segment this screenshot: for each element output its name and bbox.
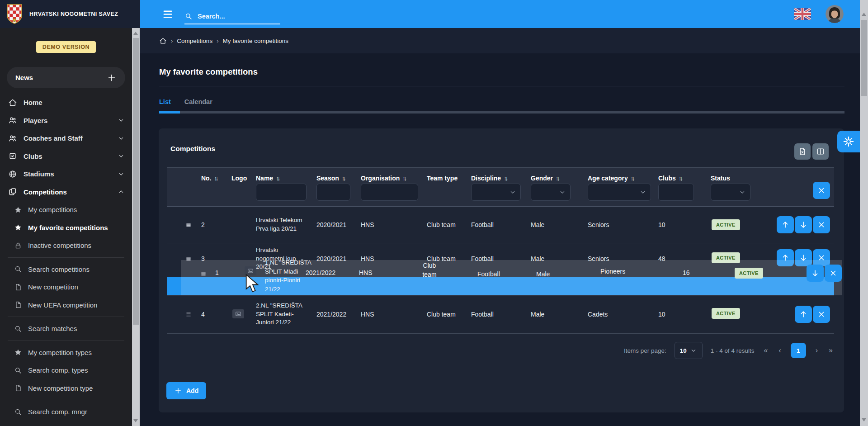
organisation-filter-input[interactable]: [361, 184, 418, 201]
items-per-page-select[interactable]: 10: [675, 342, 703, 359]
cell-no: 2: [201, 221, 205, 228]
add-button[interactable]: Add: [166, 382, 206, 399]
column-header-season[interactable]: Season↑↓: [316, 175, 346, 182]
breadcrumb-separator: ›: [171, 38, 173, 44]
sidebar-item-clubs[interactable]: Clubs: [0, 147, 132, 166]
sort-icon[interactable]: ↑↓: [342, 175, 346, 182]
column-header-name[interactable]: Name↑↓: [256, 175, 280, 182]
sidebar-item-label: Search comp. types: [28, 366, 88, 374]
sidebar-item-search-matches[interactable]: Search matches: [0, 320, 132, 338]
sidebar-item-search-comp-mngr[interactable]: Search comp. mngr: [0, 403, 132, 421]
status-badge: ACTIVE: [712, 219, 740, 230]
cell-gender: Male: [531, 311, 544, 318]
sidebar-item-inactive-competitions[interactable]: Inactive competitions: [0, 237, 132, 255]
move-up-button[interactable]: [777, 216, 794, 233]
status-filter-select[interactable]: [711, 184, 750, 201]
lock-icon: [14, 241, 22, 250]
user-avatar[interactable]: [826, 5, 844, 23]
close-icon: [817, 186, 826, 194]
sidebar-item-new-uefa-competition[interactable]: New UEFA competition: [0, 296, 132, 314]
sidebar-item-search-competitions[interactable]: Search competitions: [0, 260, 132, 279]
table-header-border: [167, 206, 834, 207]
sidebar-item-new-competition[interactable]: New competition: [0, 278, 132, 296]
sidebar-item-my-competitions[interactable]: My competitions: [0, 201, 132, 219]
cell-discipline: Football: [471, 221, 494, 228]
remove-favorite-button[interactable]: [813, 306, 830, 323]
last-page-button[interactable]: »: [827, 346, 834, 355]
sidebar-item-search-comp-types[interactable]: Search comp. types: [0, 361, 132, 379]
gender-filter-select[interactable]: [531, 184, 571, 201]
sidebar-item-new-comp-mngr[interactable]: New comp. mngr: [0, 421, 132, 426]
toggle-columns-button[interactable]: [812, 143, 829, 160]
sort-icon[interactable]: ↑↓: [276, 175, 280, 182]
sidebar-item-new-competition-type[interactable]: New competition type: [0, 379, 132, 398]
drag-handle-icon[interactable]: [184, 310, 193, 318]
clubs-icon: [8, 151, 17, 161]
chevron-down-icon: [559, 189, 566, 196]
sidebar-item-my-competition-types[interactable]: My competition types: [0, 344, 132, 362]
tab-list[interactable]: List: [159, 98, 171, 105]
move-up-button[interactable]: [795, 306, 812, 323]
sort-icon[interactable]: ↑↓: [679, 175, 683, 182]
first-page-button[interactable]: «: [763, 346, 769, 355]
current-page-button[interactable]: 1: [791, 343, 806, 358]
sidebar-item-home[interactable]: Home: [0, 94, 132, 112]
clubs-filter-input[interactable]: [658, 184, 694, 201]
sidebar-item-competitions[interactable]: Competitions: [0, 183, 132, 201]
column-header-organisation[interactable]: Organisation↑↓: [361, 175, 407, 182]
sidebar: DEMO VERSION News Home Players Coaches a…: [0, 28, 132, 426]
move-down-button[interactable]: [795, 249, 812, 266]
sort-icon[interactable]: ↑↓: [631, 175, 635, 182]
clear-filters-button[interactable]: [813, 182, 830, 199]
prev-page-button[interactable]: ‹: [777, 346, 782, 355]
breadcrumb-item-competitions[interactable]: Competitions: [177, 38, 212, 44]
tab-calendar[interactable]: Calendar: [184, 98, 212, 105]
sidebar-item-players[interactable]: Players: [0, 112, 132, 130]
chevron-down-icon: [118, 152, 125, 160]
drag-handle-icon[interactable]: [184, 221, 193, 229]
column-header-clubs[interactable]: Clubs↑↓: [658, 175, 683, 182]
divider: [8, 257, 124, 258]
age-category-filter-select[interactable]: [588, 184, 651, 201]
sidebar-item-my-favorite-competitions[interactable]: My favorite competitions: [0, 219, 132, 237]
sort-icon[interactable]: ↑↓: [214, 175, 219, 182]
news-button[interactable]: News: [7, 67, 125, 88]
move-down-button[interactable]: [795, 216, 812, 233]
season-filter-input[interactable]: [316, 184, 350, 201]
sidebar-scrollbar[interactable]: [132, 28, 140, 426]
status-badge: ACTIVE: [712, 252, 740, 263]
cell-organisation: HNS: [361, 311, 374, 318]
cell-season: 2020/2021: [316, 255, 346, 262]
menu-toggle-button[interactable]: [159, 9, 176, 19]
sort-icon[interactable]: ↑↓: [556, 175, 560, 182]
drag-handle-icon[interactable]: [184, 255, 193, 263]
sort-icon[interactable]: ↑↓: [504, 175, 508, 182]
column-header-logo: Logo: [231, 175, 247, 182]
application-window: HRVATSKI NOGOMETNI SAVEZ: [0, 0, 868, 426]
discipline-filter-select[interactable]: [471, 184, 521, 201]
search-input[interactable]: [197, 12, 271, 20]
page-scrollbar[interactable]: [860, 0, 868, 426]
name-filter-input[interactable]: [256, 184, 307, 201]
next-page-button[interactable]: ›: [814, 346, 819, 355]
home-icon[interactable]: [159, 37, 167, 45]
sidebar-item-stadiums[interactable]: Stadiums: [0, 165, 132, 183]
sidebar-item-coaches-and-staff[interactable]: Coaches and Staff: [0, 129, 132, 147]
uk-flag-icon: [794, 8, 811, 20]
export-excel-button[interactable]: [794, 143, 811, 160]
divider: [8, 400, 124, 400]
language-switcher[interactable]: [794, 8, 811, 20]
star-icon: [14, 206, 22, 214]
column-header-age-category[interactable]: Age category↑↓: [588, 175, 635, 182]
sort-icon[interactable]: ↑↓: [402, 175, 407, 182]
remove-favorite-button[interactable]: [813, 249, 830, 266]
settings-button[interactable]: [837, 131, 860, 152]
remove-favorite-button[interactable]: [813, 216, 830, 233]
move-up-button[interactable]: [777, 249, 794, 266]
sidebar-item-label: New competition type: [28, 384, 93, 392]
column-header-no[interactable]: No.↑↓: [201, 175, 218, 182]
brand-header: HRVATSKI NOGOMETNI SAVEZ: [0, 0, 140, 28]
divider: [0, 59, 132, 59]
column-header-discipline[interactable]: Discipline↑↓: [471, 175, 508, 182]
column-header-gender[interactable]: Gender↑↓: [531, 175, 560, 182]
